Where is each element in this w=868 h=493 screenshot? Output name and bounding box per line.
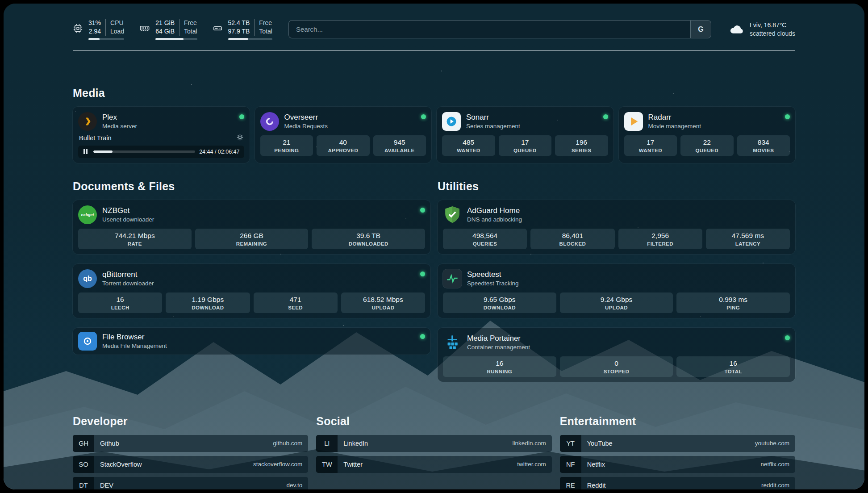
disk-meter [228, 38, 272, 40]
section-title-social: Social [316, 415, 551, 428]
stat-tile: 196 SERIES [555, 135, 608, 156]
service-subtitle: Torrent downloader [102, 280, 415, 287]
dashboard-screen: 31% 2.94 CPU Load [4, 4, 864, 489]
bookmark-linkedin[interactable]: LI LinkedIn linkedin.com [316, 435, 551, 452]
resource-widgets: 31% 2.94 CPU Load [73, 19, 272, 40]
service-subtitle: Media Requests [284, 123, 416, 130]
speedtest-icon [443, 269, 462, 288]
stat-tile: 16 RUNNING [443, 356, 556, 377]
disk-icon [213, 23, 223, 35]
disk-widget: 52.4 TB 97.9 TB Free Total [213, 19, 272, 40]
service-subtitle: Speedtest Tracking [467, 280, 790, 287]
playback-progress-track[interactable] [93, 150, 195, 153]
service-name: Media Portainer [467, 334, 780, 343]
stat-tile: 21 PENDING [260, 135, 313, 156]
top-bar: 31% 2.94 CPU Load [73, 19, 795, 40]
bookmark-abbr: RE [560, 477, 581, 489]
plex-icon [78, 112, 97, 131]
service-subtitle: Media File Management [102, 343, 415, 349]
service-name: NZBGet [102, 206, 415, 215]
cpu-meter [88, 38, 124, 40]
bookmark-github[interactable]: GH Github github.com [73, 435, 308, 452]
service-subtitle: Container management [467, 344, 780, 351]
memory-values: 21 GiB 64 GiB [155, 19, 175, 36]
memory-labels: Free Total [179, 19, 197, 36]
radarr-icon [624, 112, 643, 131]
gear-icon[interactable] [237, 134, 243, 142]
service-name: File Browser [102, 333, 415, 342]
disk-labels: Free Total [254, 19, 272, 36]
stat-tile: 945 AVAILABLE [373, 135, 426, 156]
service-name: Overseerr [284, 113, 416, 122]
stat-tile: 0.993 ms PING [676, 292, 790, 313]
bookmark-abbr: GH [73, 435, 94, 452]
bookmark-abbr: YT [560, 435, 581, 452]
bookmark-twitter[interactable]: TW Twitter twitter.com [316, 456, 551, 473]
service-subtitle: Series management [466, 123, 598, 130]
service-name: AdGuard Home [467, 206, 790, 215]
service-name: Speedtest [467, 270, 790, 279]
service-card-qbittorrent[interactable]: qb qBittorrent Torrent downloader 16 LEE… [73, 264, 430, 318]
stat-tile: 9.65 Gbps DOWNLOAD [443, 292, 556, 313]
service-name: Plex [102, 113, 234, 122]
stat-tile: 40 APPROVED [317, 135, 370, 156]
bookmark-abbr: LI [316, 435, 338, 452]
service-name: qBittorrent [102, 270, 415, 279]
service-card-speedtest[interactable]: Speedtest Speedtest Tracking 9.65 Gbps D… [438, 264, 795, 318]
stat-tile: 834 MOVIES [737, 135, 790, 156]
disk-values: 52.4 TB 97.9 TB [228, 19, 250, 36]
service-card-overseerr[interactable]: Overseerr Media Requests 21 PENDING 40 A… [255, 107, 432, 163]
pause-button[interactable] [81, 148, 89, 155]
stat-tile: 39.6 TB DOWNLOADED [312, 229, 425, 249]
cpu-widget: 31% 2.94 CPU Load [73, 19, 124, 40]
playback-time: 24:44 / 02:06:47 [199, 149, 239, 155]
status-dot [239, 114, 244, 119]
bookmark-netflix[interactable]: NF Netflix netflix.com [560, 456, 795, 473]
status-dot [785, 335, 790, 340]
service-subtitle: Movie management [648, 123, 780, 130]
bookmark-stackoverflow[interactable]: SO StackOverflow stackoverflow.com [73, 456, 308, 473]
bookmark-reddit[interactable]: RE Reddit reddit.com [560, 477, 795, 489]
section-title-documents: Documents & Files [73, 180, 430, 193]
service-name: Sonarr [466, 113, 598, 122]
qbittorrent-icon: qb [78, 269, 97, 288]
stat-tile: 17 QUEUED [499, 135, 552, 156]
stat-tile: 16 TOTAL [676, 356, 790, 377]
cpu-icon [73, 23, 83, 35]
memory-widget: 21 GiB 64 GiB Free Total [139, 19, 197, 40]
section-title-media: Media [73, 87, 795, 100]
adguard-icon [443, 205, 462, 224]
service-subtitle: Media server [102, 123, 234, 130]
service-card-adguard[interactable]: AdGuard Home DNS and adblocking 498,564 … [438, 200, 795, 254]
portainer-icon [443, 333, 462, 352]
service-card-radarr[interactable]: Radarr Movie management 17 WANTED 22 QUE… [619, 107, 796, 163]
status-dot [420, 208, 425, 213]
stat-tile: 618.52 Mbps UPLOAD [341, 292, 425, 313]
stat-tile: 485 WANTED [442, 135, 495, 156]
stat-tile: 498,564 QUERIES [443, 229, 527, 249]
stat-tile: 86,401 BLOCKED [530, 229, 614, 249]
search-input[interactable] [289, 21, 690, 38]
bookmark-dev[interactable]: DT DEV dev.to [73, 477, 308, 489]
section-title-entertainment: Entertainment [560, 415, 795, 428]
service-card-sonarr[interactable]: Sonarr Series management 485 WANTED 17 Q… [437, 107, 613, 163]
service-card-nzbget[interactable]: nzbget NZBGet Usenet downloader 744.21 M… [73, 200, 430, 254]
stat-tile: 2,956 FILTERED [618, 229, 702, 249]
stat-tile: 266 GB REMAINING [195, 229, 309, 249]
service-name: Radarr [648, 113, 780, 122]
section-title-utilities: Utilities [438, 180, 795, 193]
header-divider [73, 50, 795, 51]
now-playing: Bullet Train [78, 134, 244, 158]
bookmark-youtube[interactable]: YT YouTube youtube.com [560, 435, 795, 452]
service-card-filebrowser[interactable]: File Browser Media File Management [73, 328, 430, 355]
search-provider-button[interactable]: G [690, 21, 711, 38]
bookmark-abbr: NF [560, 456, 581, 473]
stat-tile: 0 STOPPED [560, 356, 673, 377]
cpu-labels: CPU Load [105, 19, 124, 36]
status-dot [421, 114, 426, 119]
service-card-portainer[interactable]: Media Portainer Container management 16 … [438, 328, 795, 382]
stat-tile: 22 QUEUED [680, 135, 734, 156]
service-card-plex[interactable]: Plex Media server Bullet Train [73, 107, 250, 163]
bookmark-abbr: TW [316, 456, 338, 473]
service-subtitle: DNS and adblocking [467, 216, 790, 223]
